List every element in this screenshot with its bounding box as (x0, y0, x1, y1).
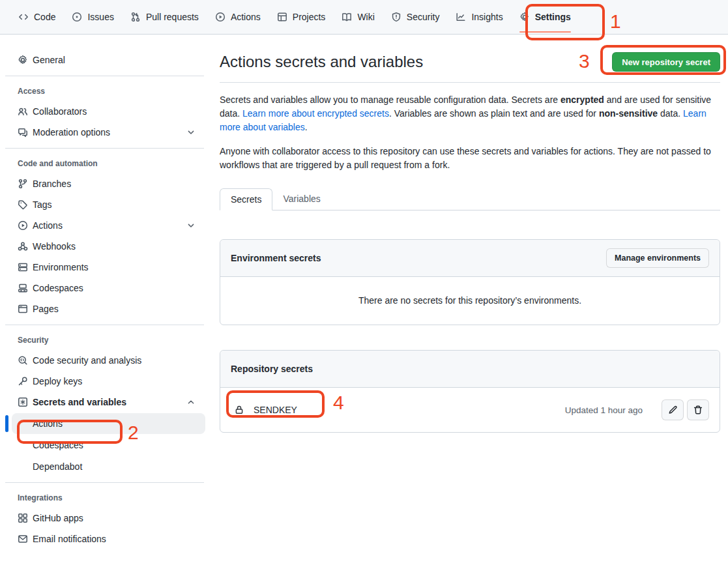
sidebar-divider (5, 482, 204, 483)
desc-text: . (305, 122, 308, 132)
nav-label: Issues (87, 12, 113, 22)
environment-secrets-card: Environment secrets Manage environments … (220, 239, 720, 325)
repository-secrets-card: Repository secrets SENDKEY Updated 1 hou… (220, 350, 720, 433)
tab-secrets[interactable]: Secrets (220, 188, 272, 210)
sidebar-item-label: Collaborators (33, 106, 87, 117)
repository-secrets-header: Repository secrets (220, 351, 720, 388)
nav-item-issues[interactable]: Issues (66, 0, 119, 34)
active-tab-underline (519, 31, 571, 33)
sidebar-section-header-integrations: Integrations (5, 488, 209, 508)
play-icon (18, 220, 28, 231)
sidebar-subitem-codespaces[interactable]: Codespaces (12, 435, 205, 456)
link-learn-more-encrypted-secrets[interactable]: Learn more about encrypted secrets (242, 108, 389, 119)
sidebar-item-secrets-and-variables[interactable]: Secrets and variables (5, 392, 205, 413)
sidebar-item-tags[interactable]: Tags (5, 194, 205, 215)
page-title: Actions secrets and variables (220, 52, 423, 72)
desc-text: . Variables are shown as plain text and … (389, 108, 599, 119)
secret-updated-timestamp: Updated 1 hour ago (565, 405, 643, 415)
desc-bold-encrypted: encrypted (561, 94, 604, 105)
table-icon (277, 12, 287, 22)
sidebar-subitem-actions[interactable]: Actions (12, 413, 205, 434)
sidebar-item-label: GitHub apps (33, 513, 83, 523)
sidebar-item-webhooks[interactable]: Webhooks (5, 236, 205, 257)
nav-item-code[interactable]: Code (13, 0, 61, 34)
mail-icon (18, 534, 28, 544)
secret-name-label: SENDKEY (254, 405, 297, 415)
sidebar-section-header-code-automation: Code and automation (5, 154, 209, 173)
nav-item-wiki[interactable]: Wiki (336, 0, 379, 34)
sidebar-divider (5, 76, 204, 76)
nav-item-security[interactable]: Security (386, 0, 445, 34)
tab-variables[interactable]: Variables (272, 188, 330, 210)
sidebar-item-pages[interactable]: Pages (5, 298, 205, 319)
play-icon (215, 12, 226, 22)
nav-label: Code (34, 12, 55, 22)
sidebar-item-branches[interactable]: Branches (5, 173, 205, 194)
nav-item-projects[interactable]: Projects (272, 0, 331, 34)
pencil-icon (667, 405, 678, 415)
repo-tab-nav: Code Issues Pull requests Actions Projec… (0, 0, 728, 35)
sidebar-item-code-security[interactable]: Code security and analysis (5, 350, 205, 371)
nav-label: Pull requests (146, 12, 199, 22)
sidebar-section-header-access: Access (5, 81, 209, 101)
git-pull-request-icon (130, 12, 141, 22)
sidebar-item-codespaces[interactable]: Codespaces (5, 278, 205, 298)
delete-secret-button[interactable] (687, 399, 709, 420)
nav-label: Settings (535, 12, 571, 22)
nav-label: Projects (293, 12, 326, 22)
sidebar-divider (5, 325, 204, 325)
sidebar-item-github-apps[interactable]: GitHub apps (5, 508, 205, 529)
tag-icon (18, 199, 28, 210)
new-repository-secret-button[interactable]: New repository secret (612, 52, 720, 72)
sidebar-item-label: Webhooks (33, 241, 76, 252)
sidebar-item-label: General (33, 55, 65, 65)
codespaces-icon (18, 283, 28, 293)
sidebar-divider (5, 148, 204, 149)
sidebar-item-label: Environments (33, 262, 89, 272)
nav-item-actions[interactable]: Actions (210, 0, 266, 34)
nav-item-pull-requests[interactable]: Pull requests (125, 0, 204, 34)
nav-label: Wiki (357, 12, 374, 22)
secrets-variables-tabnav: Secrets Variables (220, 188, 720, 210)
sidebar-item-label: Deploy keys (33, 376, 82, 386)
graph-icon (456, 12, 466, 22)
main-content: Actions secrets and variables New reposi… (220, 35, 720, 433)
collaborator-access-paragraph: Anyone with collaborator access to this … (220, 145, 720, 172)
sidebar-item-actions[interactable]: Actions (5, 215, 205, 236)
environment-secrets-header: Environment secrets Manage environments (220, 240, 720, 277)
chevron-down-icon (186, 220, 196, 231)
key-asterisk-icon (18, 397, 28, 407)
nav-item-settings[interactable]: Settings (514, 0, 576, 34)
sidebar-subitem-dependabot[interactable]: Dependabot (12, 456, 205, 477)
lock-icon (234, 405, 244, 415)
sidebar-item-label: Secrets and variables (33, 397, 126, 407)
comment-discussion-icon (18, 127, 28, 138)
book-icon (342, 12, 352, 22)
sidebar-item-environments[interactable]: Environments (5, 257, 205, 278)
sidebar-item-deploy-keys[interactable]: Deploy keys (5, 371, 205, 392)
sidebar-item-collaborators[interactable]: Collaborators (5, 101, 205, 122)
page-head: Actions secrets and variables New reposi… (220, 52, 720, 83)
nav-label: Actions (231, 12, 261, 22)
sidebar-item-email-notifications[interactable]: Email notifications (5, 529, 205, 549)
chevron-up-icon (186, 397, 196, 407)
manage-environments-button[interactable]: Manage environments (606, 248, 709, 268)
sidebar-item-label: Moderation options (33, 127, 110, 138)
chevron-down-icon (186, 127, 196, 138)
nav-item-insights[interactable]: Insights (450, 0, 508, 34)
sidebar-item-moderation-options[interactable]: Moderation options (5, 122, 205, 143)
sidebar-item-general[interactable]: General (5, 50, 205, 70)
apps-icon (18, 513, 28, 523)
sidebar-section-header-security: Security (5, 330, 209, 350)
sidebar-item-label: Dependabot (33, 461, 82, 472)
gear-icon (18, 55, 28, 65)
desc-text: Secrets and variables allow you to manag… (220, 94, 561, 105)
shield-icon (391, 12, 401, 22)
desc-text: data. (658, 108, 683, 119)
sidebar-item-label: Code security and analysis (33, 355, 141, 366)
gear-icon (519, 12, 530, 22)
sidebar-item-label: Email notifications (33, 534, 106, 544)
edit-secret-button[interactable] (662, 399, 684, 420)
git-branch-icon (18, 179, 28, 189)
sidebar-item-label: Codespaces (33, 283, 83, 293)
